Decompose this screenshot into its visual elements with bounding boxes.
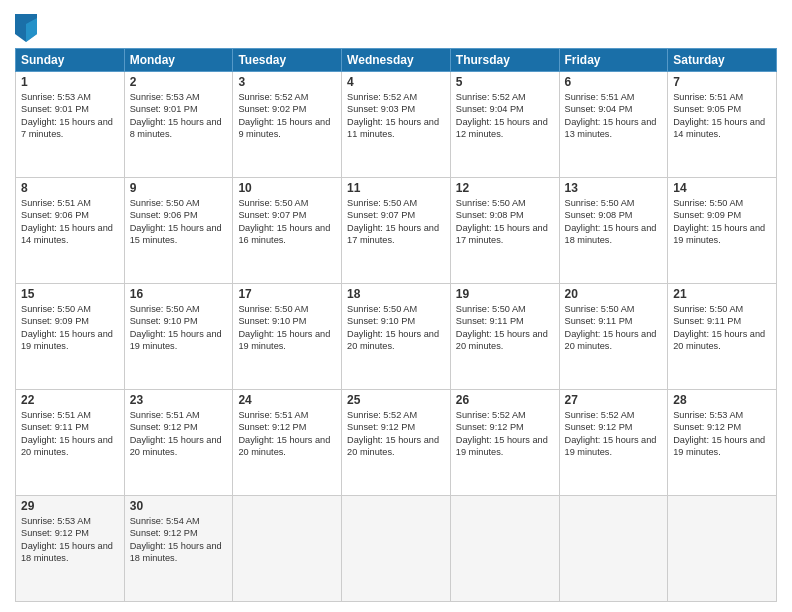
calendar-cell: 7Sunrise: 5:51 AMSunset: 9:05 PMDaylight…	[668, 72, 777, 178]
cell-info: Sunrise: 5:51 AMSunset: 9:05 PMDaylight:…	[673, 92, 765, 139]
cell-info: Sunrise: 5:50 AMSunset: 9:10 PMDaylight:…	[130, 304, 222, 351]
logo-icon	[15, 14, 37, 42]
calendar-cell: 16Sunrise: 5:50 AMSunset: 9:10 PMDayligh…	[124, 284, 233, 390]
cell-info: Sunrise: 5:51 AMSunset: 9:04 PMDaylight:…	[565, 92, 657, 139]
week-row-1: 1Sunrise: 5:53 AMSunset: 9:01 PMDaylight…	[16, 72, 777, 178]
cell-info: Sunrise: 5:50 AMSunset: 9:07 PMDaylight:…	[347, 198, 439, 245]
cell-info: Sunrise: 5:53 AMSunset: 9:01 PMDaylight:…	[130, 92, 222, 139]
day-number: 4	[347, 75, 445, 89]
header	[15, 10, 777, 42]
calendar-cell: 13Sunrise: 5:50 AMSunset: 9:08 PMDayligh…	[559, 178, 668, 284]
weekday-header-friday: Friday	[559, 49, 668, 72]
calendar-cell	[559, 496, 668, 602]
cell-info: Sunrise: 5:51 AMSunset: 9:12 PMDaylight:…	[130, 410, 222, 457]
weekday-header-wednesday: Wednesday	[342, 49, 451, 72]
cell-info: Sunrise: 5:50 AMSunset: 9:10 PMDaylight:…	[347, 304, 439, 351]
day-number: 14	[673, 181, 771, 195]
calendar-cell: 18Sunrise: 5:50 AMSunset: 9:10 PMDayligh…	[342, 284, 451, 390]
cell-info: Sunrise: 5:51 AMSunset: 9:06 PMDaylight:…	[21, 198, 113, 245]
weekday-header-saturday: Saturday	[668, 49, 777, 72]
day-number: 18	[347, 287, 445, 301]
cell-info: Sunrise: 5:52 AMSunset: 9:02 PMDaylight:…	[238, 92, 330, 139]
calendar-cell: 8Sunrise: 5:51 AMSunset: 9:06 PMDaylight…	[16, 178, 125, 284]
calendar-cell: 14Sunrise: 5:50 AMSunset: 9:09 PMDayligh…	[668, 178, 777, 284]
calendar-cell: 24Sunrise: 5:51 AMSunset: 9:12 PMDayligh…	[233, 390, 342, 496]
cell-info: Sunrise: 5:54 AMSunset: 9:12 PMDaylight:…	[130, 516, 222, 563]
calendar-cell: 1Sunrise: 5:53 AMSunset: 9:01 PMDaylight…	[16, 72, 125, 178]
cell-info: Sunrise: 5:50 AMSunset: 9:11 PMDaylight:…	[673, 304, 765, 351]
cell-info: Sunrise: 5:50 AMSunset: 9:11 PMDaylight:…	[456, 304, 548, 351]
day-number: 8	[21, 181, 119, 195]
day-number: 20	[565, 287, 663, 301]
calendar-cell: 30Sunrise: 5:54 AMSunset: 9:12 PMDayligh…	[124, 496, 233, 602]
calendar-cell: 26Sunrise: 5:52 AMSunset: 9:12 PMDayligh…	[450, 390, 559, 496]
day-number: 23	[130, 393, 228, 407]
calendar-cell: 6Sunrise: 5:51 AMSunset: 9:04 PMDaylight…	[559, 72, 668, 178]
day-number: 29	[21, 499, 119, 513]
calendar-cell: 11Sunrise: 5:50 AMSunset: 9:07 PMDayligh…	[342, 178, 451, 284]
calendar-cell: 20Sunrise: 5:50 AMSunset: 9:11 PMDayligh…	[559, 284, 668, 390]
cell-info: Sunrise: 5:52 AMSunset: 9:12 PMDaylight:…	[347, 410, 439, 457]
cell-info: Sunrise: 5:50 AMSunset: 9:08 PMDaylight:…	[565, 198, 657, 245]
weekday-header-tuesday: Tuesday	[233, 49, 342, 72]
cell-info: Sunrise: 5:50 AMSunset: 9:08 PMDaylight:…	[456, 198, 548, 245]
cell-info: Sunrise: 5:50 AMSunset: 9:09 PMDaylight:…	[21, 304, 113, 351]
day-number: 17	[238, 287, 336, 301]
day-number: 24	[238, 393, 336, 407]
day-number: 15	[21, 287, 119, 301]
cell-info: Sunrise: 5:52 AMSunset: 9:12 PMDaylight:…	[565, 410, 657, 457]
day-number: 9	[130, 181, 228, 195]
week-row-5: 29Sunrise: 5:53 AMSunset: 9:12 PMDayligh…	[16, 496, 777, 602]
calendar-cell: 22Sunrise: 5:51 AMSunset: 9:11 PMDayligh…	[16, 390, 125, 496]
day-number: 11	[347, 181, 445, 195]
cell-info: Sunrise: 5:50 AMSunset: 9:10 PMDaylight:…	[238, 304, 330, 351]
calendar-cell: 27Sunrise: 5:52 AMSunset: 9:12 PMDayligh…	[559, 390, 668, 496]
calendar-table: SundayMondayTuesdayWednesdayThursdayFrid…	[15, 48, 777, 602]
cell-info: Sunrise: 5:53 AMSunset: 9:12 PMDaylight:…	[21, 516, 113, 563]
calendar-cell: 28Sunrise: 5:53 AMSunset: 9:12 PMDayligh…	[668, 390, 777, 496]
day-number: 10	[238, 181, 336, 195]
cell-info: Sunrise: 5:50 AMSunset: 9:07 PMDaylight:…	[238, 198, 330, 245]
day-number: 3	[238, 75, 336, 89]
page: SundayMondayTuesdayWednesdayThursdayFrid…	[0, 0, 792, 612]
weekday-header-row: SundayMondayTuesdayWednesdayThursdayFrid…	[16, 49, 777, 72]
day-number: 28	[673, 393, 771, 407]
calendar-cell: 9Sunrise: 5:50 AMSunset: 9:06 PMDaylight…	[124, 178, 233, 284]
cell-info: Sunrise: 5:50 AMSunset: 9:06 PMDaylight:…	[130, 198, 222, 245]
calendar-cell: 29Sunrise: 5:53 AMSunset: 9:12 PMDayligh…	[16, 496, 125, 602]
cell-info: Sunrise: 5:52 AMSunset: 9:03 PMDaylight:…	[347, 92, 439, 139]
calendar-cell: 12Sunrise: 5:50 AMSunset: 9:08 PMDayligh…	[450, 178, 559, 284]
week-row-2: 8Sunrise: 5:51 AMSunset: 9:06 PMDaylight…	[16, 178, 777, 284]
week-row-3: 15Sunrise: 5:50 AMSunset: 9:09 PMDayligh…	[16, 284, 777, 390]
day-number: 2	[130, 75, 228, 89]
day-number: 7	[673, 75, 771, 89]
calendar-cell	[342, 496, 451, 602]
calendar-cell	[233, 496, 342, 602]
calendar-cell: 10Sunrise: 5:50 AMSunset: 9:07 PMDayligh…	[233, 178, 342, 284]
cell-info: Sunrise: 5:51 AMSunset: 9:11 PMDaylight:…	[21, 410, 113, 457]
day-number: 13	[565, 181, 663, 195]
calendar-cell: 23Sunrise: 5:51 AMSunset: 9:12 PMDayligh…	[124, 390, 233, 496]
day-number: 30	[130, 499, 228, 513]
calendar-cell: 3Sunrise: 5:52 AMSunset: 9:02 PMDaylight…	[233, 72, 342, 178]
calendar-cell: 4Sunrise: 5:52 AMSunset: 9:03 PMDaylight…	[342, 72, 451, 178]
calendar-cell: 5Sunrise: 5:52 AMSunset: 9:04 PMDaylight…	[450, 72, 559, 178]
cell-info: Sunrise: 5:52 AMSunset: 9:04 PMDaylight:…	[456, 92, 548, 139]
day-number: 25	[347, 393, 445, 407]
cell-info: Sunrise: 5:53 AMSunset: 9:12 PMDaylight:…	[673, 410, 765, 457]
day-number: 19	[456, 287, 554, 301]
calendar-cell: 15Sunrise: 5:50 AMSunset: 9:09 PMDayligh…	[16, 284, 125, 390]
day-number: 21	[673, 287, 771, 301]
weekday-header-thursday: Thursday	[450, 49, 559, 72]
cell-info: Sunrise: 5:51 AMSunset: 9:12 PMDaylight:…	[238, 410, 330, 457]
day-number: 26	[456, 393, 554, 407]
calendar-cell: 25Sunrise: 5:52 AMSunset: 9:12 PMDayligh…	[342, 390, 451, 496]
calendar-cell	[450, 496, 559, 602]
calendar-cell: 21Sunrise: 5:50 AMSunset: 9:11 PMDayligh…	[668, 284, 777, 390]
day-number: 27	[565, 393, 663, 407]
weekday-header-sunday: Sunday	[16, 49, 125, 72]
calendar-cell: 19Sunrise: 5:50 AMSunset: 9:11 PMDayligh…	[450, 284, 559, 390]
day-number: 22	[21, 393, 119, 407]
day-number: 16	[130, 287, 228, 301]
week-row-4: 22Sunrise: 5:51 AMSunset: 9:11 PMDayligh…	[16, 390, 777, 496]
